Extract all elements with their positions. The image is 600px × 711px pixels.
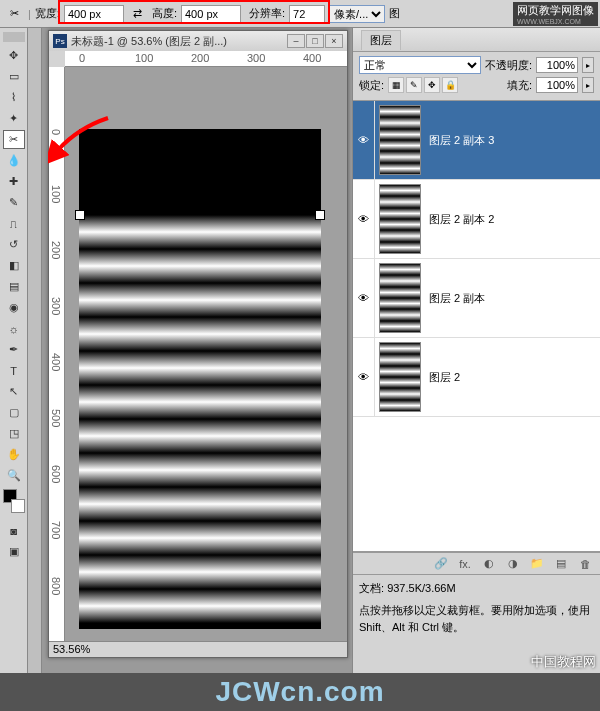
3d-tool-icon[interactable]: ◳: [3, 424, 25, 443]
wand-tool-icon[interactable]: ✦: [3, 109, 25, 128]
crop-tool-preset-icon[interactable]: ✂: [4, 4, 24, 24]
opacity-label: 不透明度:: [485, 58, 532, 73]
ruler-mark: 300: [50, 297, 62, 315]
minimize-button[interactable]: –: [287, 34, 305, 48]
mask-icon[interactable]: ◐: [480, 556, 498, 572]
lock-transparent-icon[interactable]: ▦: [388, 77, 404, 93]
crop-handle[interactable]: [315, 210, 325, 220]
screenmode-icon[interactable]: ▣: [3, 542, 25, 561]
eyedropper-tool-icon[interactable]: 💧: [3, 151, 25, 170]
layer-row[interactable]: 👁 图层 2 副本: [353, 259, 600, 338]
ruler-mark: 0: [79, 52, 85, 64]
zoom-tool-icon[interactable]: 🔍: [3, 466, 25, 485]
crop-tool-icon[interactable]: ✂: [3, 130, 25, 149]
visibility-toggle-icon[interactable]: 👁: [353, 338, 375, 416]
layers-panel-footer: 🔗 fx. ◐ ◑ 📁 ▤ 🗑: [353, 552, 600, 574]
fill-input[interactable]: [536, 77, 578, 93]
layer-controls: 正常 不透明度: ▸ 锁定: ▦ ✎ ✥ 🔒 填充: ▸: [353, 52, 600, 100]
watermark-top-text: 网页教学网图像: [517, 3, 594, 18]
lock-all-icon[interactable]: 🔒: [442, 77, 458, 93]
layer-thumbnail[interactable]: [379, 342, 421, 412]
layer-name[interactable]: 图层 2: [425, 370, 460, 385]
swap-dimensions-icon[interactable]: ⇄: [128, 4, 148, 24]
layer-name[interactable]: 图层 2 副本 2: [425, 212, 494, 227]
opacity-input[interactable]: [536, 57, 578, 73]
lasso-tool-icon[interactable]: ⌇: [3, 88, 25, 107]
crop-handle[interactable]: [75, 210, 85, 220]
stamp-tool-icon[interactable]: ⎍: [3, 214, 25, 233]
layer-name[interactable]: 图层 2 副本: [425, 291, 485, 306]
link-layers-icon[interactable]: 🔗: [432, 556, 450, 572]
lock-label: 锁定:: [359, 78, 384, 93]
ruler-mark: 300: [247, 52, 265, 64]
group-icon[interactable]: 📁: [528, 556, 546, 572]
visibility-toggle-icon[interactable]: 👁: [353, 101, 375, 179]
move-tool-icon[interactable]: ✥: [3, 46, 25, 65]
heal-tool-icon[interactable]: ✚: [3, 172, 25, 191]
ruler-mark: 600: [50, 465, 62, 483]
shape-tool-icon[interactable]: ▢: [3, 403, 25, 422]
tab-layers[interactable]: 图层: [361, 30, 401, 50]
blur-tool-icon[interactable]: ◉: [3, 298, 25, 317]
width-label: 宽度:: [35, 6, 60, 21]
crop-shield: [79, 129, 321, 215]
ps-icon: Ps: [53, 34, 67, 48]
panel-strip: [28, 28, 42, 676]
maximize-button[interactable]: □: [306, 34, 324, 48]
canvas-viewport[interactable]: [65, 67, 347, 641]
visibility-toggle-icon[interactable]: 👁: [353, 259, 375, 337]
history-brush-icon[interactable]: ↺: [3, 235, 25, 254]
watermark-cn: 中国教程网: [531, 653, 596, 671]
delete-layer-icon[interactable]: 🗑: [576, 556, 594, 572]
layer-row[interactable]: 👁 图层 2 副本 2: [353, 180, 600, 259]
watermark-top-sub: WWW.WEBJX.COM: [517, 18, 594, 25]
layer-thumbnail[interactable]: [379, 263, 421, 333]
zoom-level[interactable]: 53.56%: [53, 643, 90, 655]
width-input[interactable]: [64, 5, 124, 23]
ruler-mark: 200: [50, 241, 62, 259]
adjustment-icon[interactable]: ◑: [504, 556, 522, 572]
close-button[interactable]: ×: [325, 34, 343, 48]
gradient-tool-icon[interactable]: ▤: [3, 277, 25, 296]
layer-row[interactable]: 👁 图层 2 副本 3: [353, 101, 600, 180]
eraser-tool-icon[interactable]: ◧: [3, 256, 25, 275]
watermark-domain: JCWcn.com: [0, 673, 600, 711]
marquee-tool-icon[interactable]: ▭: [3, 67, 25, 86]
layer-thumbnail[interactable]: [379, 105, 421, 175]
resolution-input[interactable]: [289, 5, 325, 23]
new-layer-icon[interactable]: ▤: [552, 556, 570, 572]
watermark-top: 网页教学网图像 WWW.WEBJX.COM: [513, 2, 598, 26]
type-tool-icon[interactable]: T: [3, 361, 25, 380]
doc-size-value: 937.5K/3.66M: [387, 582, 456, 594]
divider: |: [28, 8, 31, 20]
collapse-icon[interactable]: [3, 32, 25, 42]
color-swatches[interactable]: [3, 489, 25, 519]
height-input[interactable]: [181, 5, 241, 23]
dodge-tool-icon[interactable]: ☼: [3, 319, 25, 338]
layer-thumbnail[interactable]: [379, 184, 421, 254]
tool-hint: 点按并拖移以定义裁剪框。要用附加选项，使用 Shift、Alt 和 Ctrl 键…: [359, 602, 594, 635]
hand-tool-icon[interactable]: ✋: [3, 445, 25, 464]
layer-row[interactable]: 👁 图层 2: [353, 338, 600, 417]
path-tool-icon[interactable]: ↖: [3, 382, 25, 401]
fill-chevron-icon[interactable]: ▸: [582, 77, 594, 93]
visibility-toggle-icon[interactable]: 👁: [353, 180, 375, 258]
background-swatch[interactable]: [11, 499, 25, 513]
layer-name[interactable]: 图层 2 副本 3: [425, 133, 494, 148]
document-window: Ps 未标题-1 @ 53.6% (图层 2 副...) – □ × 0 100…: [48, 30, 348, 658]
resolution-label: 分辨率:: [249, 6, 285, 21]
units-select[interactable]: 像素/...: [329, 5, 385, 23]
toolbox: ✥ ▭ ⌇ ✦ ✂ 💧 ✚ ✎ ⎍ ↺ ◧ ▤ ◉ ☼ ✒ T ↖ ▢ ◳ ✋ …: [0, 28, 28, 676]
brush-tool-icon[interactable]: ✎: [3, 193, 25, 212]
blend-mode-select[interactable]: 正常: [359, 56, 481, 74]
document-titlebar[interactable]: Ps 未标题-1 @ 53.6% (图层 2 副...) – □ ×: [49, 31, 347, 51]
ruler-horizontal: 0 100 200 300 400: [65, 51, 347, 67]
pen-tool-icon[interactable]: ✒: [3, 340, 25, 359]
ruler-mark: 700: [50, 521, 62, 539]
lock-pixels-icon[interactable]: ✎: [406, 77, 422, 93]
fx-icon[interactable]: fx.: [456, 556, 474, 572]
lock-position-icon[interactable]: ✥: [424, 77, 440, 93]
opacity-chevron-icon[interactable]: ▸: [582, 57, 594, 73]
menu-text[interactable]: 图: [389, 6, 400, 21]
quickmask-icon[interactable]: ◙: [3, 521, 25, 540]
